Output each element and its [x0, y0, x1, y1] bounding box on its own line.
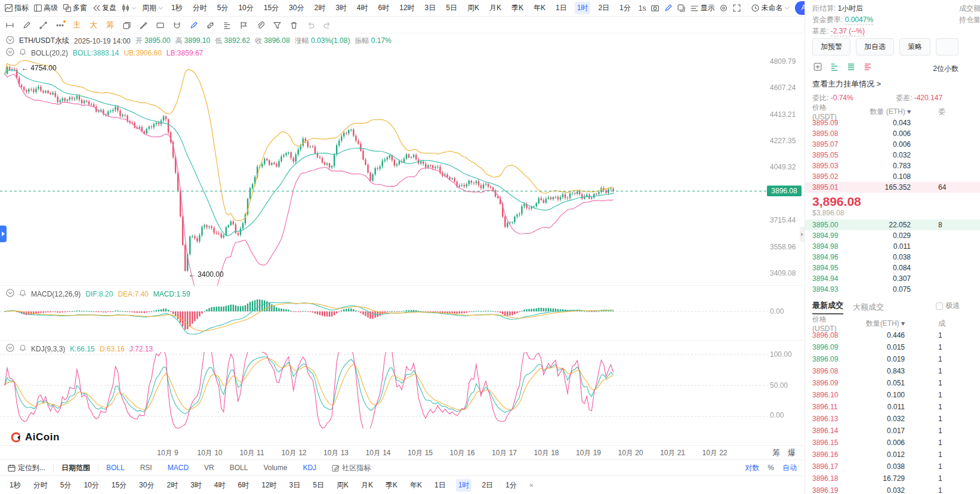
indicator-tab-Volume[interactable]: Volume: [255, 460, 295, 476]
bell-icon[interactable]: [19, 289, 26, 298]
scale-对数[interactable]: 对数: [745, 463, 759, 473]
fast-mode-checkbox[interactable]: [936, 302, 943, 310]
funnel-icon-tool[interactable]: [273, 21, 281, 29]
button-加预警[interactable]: 加预警: [812, 38, 850, 55]
indicator-tab-BOLL[interactable]: BOLL: [98, 460, 132, 476]
trash-icon-tool[interactable]: [290, 21, 298, 29]
timeframe-年K[interactable]: 年K: [531, 2, 548, 14]
ask-row[interactable]: 3895.030.783: [805, 160, 980, 171]
timeframe-年K[interactable]: 年K: [408, 479, 424, 492]
trend-line-tool-icon[interactable]: [39, 21, 47, 29]
timeframe-月K[interactable]: 月K: [487, 2, 504, 14]
ask-row[interactable]: 3895.090.043: [805, 118, 980, 128]
bid-row[interactable]: 3894.980.011: [805, 241, 980, 252]
brush-icon-tool[interactable]: [140, 21, 147, 29]
display-menu-button[interactable]: 显示: [691, 3, 714, 13]
scale-自动[interactable]: 自动: [782, 463, 797, 473]
custom-seconds-button[interactable]: 1s: [639, 4, 646, 13]
trade-row[interactable]: 3896.1816.7291: [805, 473, 980, 484]
timeframe-4时[interactable]: 4时: [212, 479, 228, 492]
timeframe-4时[interactable]: 4时: [355, 2, 371, 14]
timeframe-3时[interactable]: 3时: [188, 479, 204, 492]
timeframe-30分[interactable]: 30分: [137, 479, 156, 492]
menu-复盘[interactable]: 复盘: [93, 3, 116, 13]
candle-style-dropdown[interactable]: [122, 4, 137, 12]
timeframe-5分[interactable]: 5分: [58, 479, 74, 492]
timeframe-分时[interactable]: 分时: [190, 2, 209, 14]
timeframe-5日[interactable]: 5日: [443, 2, 460, 14]
trade-row[interactable]: 3896.130.0321: [805, 413, 980, 425]
layout-select[interactable]: 未命名: [751, 3, 790, 13]
trade-row[interactable]: 3896.090.0191: [805, 353, 980, 365]
timeframe-12时[interactable]: 12时: [397, 2, 417, 14]
trade-row[interactable]: 3896.080.8431: [805, 365, 980, 377]
indicator-tab-社区指标[interactable]: 社区指标: [324, 460, 378, 476]
timeframe-30分[interactable]: 30分: [286, 2, 306, 14]
copy-icon-tool[interactable]: [123, 21, 131, 29]
trade-row[interactable]: 3896.090.0511: [805, 377, 980, 389]
kdj-chart[interactable]: [0, 352, 804, 428]
timeframe-2时[interactable]: 2时: [312, 2, 328, 14]
bid-row[interactable]: 3895.0022.0528: [805, 220, 980, 230]
measure-tool-icon[interactable]: [6, 21, 14, 29]
trade-row[interactable]: 3896.100.1001: [805, 389, 980, 401]
timeframe-1秒[interactable]: 1秒: [7, 479, 23, 492]
timeframe-3日[interactable]: 3日: [423, 2, 439, 14]
timeframe-1时[interactable]: 1时: [456, 479, 472, 492]
timeframe-2时[interactable]: 2时: [164, 479, 180, 492]
flag-icon-tool[interactable]: [240, 21, 248, 29]
timeframe-5日[interactable]: 5日: [310, 479, 326, 492]
grid-add-icon[interactable]: [813, 63, 822, 73]
ask-row[interactable]: 3895.01165.35264: [805, 182, 980, 193]
bid-row[interactable]: 3894.950.084: [805, 263, 980, 273]
chart-mode-筹[interactable]: 筹: [772, 447, 780, 458]
trade-qty-header[interactable]: 数量(ETH): [866, 319, 899, 328]
right-panel-collapse-handle[interactable]: [800, 227, 805, 242]
trades-tab-大额成交[interactable]: 大额成交: [853, 302, 884, 313]
collapse-circle-icon[interactable]: [6, 48, 14, 58]
period-dropdown[interactable]: 周期: [142, 3, 164, 13]
collapse-circle-icon[interactable]: [6, 36, 14, 46]
trade-row[interactable]: 3896.090.0151: [805, 341, 980, 353]
fullscreen-icon[interactable]: [733, 4, 741, 12]
main-price-chart[interactable]: [0, 54, 804, 286]
chart-mode-爆[interactable]: 爆: [788, 447, 796, 458]
indicator-tab-RSI[interactable]: RSI: [132, 460, 160, 476]
timeframe-2日[interactable]: 2日: [596, 2, 612, 14]
trade-row[interactable]: 3896.170.0381: [805, 461, 980, 473]
bid-row[interactable]: 3894.930.075: [805, 284, 980, 295]
trade-row[interactable]: 3896.190.0321: [805, 484, 980, 494]
timeframe-6时[interactable]: 6时: [376, 2, 392, 14]
bell-icon[interactable]: [19, 344, 26, 353]
timeframe-5分[interactable]: 5分: [215, 2, 231, 14]
depth-book-icon[interactable]: [830, 63, 839, 73]
magnet-icon-tool[interactable]: [173, 21, 181, 29]
timeframe-1分[interactable]: 1分: [503, 479, 519, 492]
timeframe-周K[interactable]: 周K: [465, 2, 482, 14]
camera-icon[interactable]: [651, 4, 659, 12]
timeframe-3时[interactable]: 3时: [333, 2, 349, 14]
button-加自选[interactable]: 加自选: [856, 38, 894, 55]
close-timeframe-bar[interactable]: ×: [527, 480, 536, 491]
timeframe-季K[interactable]: 季K: [509, 2, 526, 14]
menu-高级[interactable]: 高级: [34, 3, 58, 13]
ask-row[interactable]: 3895.070.006: [805, 139, 980, 150]
list-red-icon[interactable]: [864, 63, 872, 73]
timeframe-季K[interactable]: 季K: [383, 479, 400, 492]
date-range-button[interactable]: 日期范围: [54, 460, 98, 476]
bid-row[interactable]: 3894.990.029: [805, 230, 980, 241]
shape-rect-icon-tool[interactable]: [156, 21, 164, 29]
timeframe-周K[interactable]: 周K: [334, 479, 351, 492]
locate-button[interactable]: 定位到...: [0, 460, 53, 476]
timeframe-分时[interactable]: 分时: [31, 479, 50, 492]
menu-多窗[interactable]: 多窗: [63, 3, 87, 13]
timeframe-月K[interactable]: 月K: [359, 479, 375, 492]
collapse-circle-icon[interactable]: [6, 289, 14, 299]
timeframe-1分[interactable]: 1分: [617, 2, 633, 14]
bell-icon[interactable]: [19, 48, 26, 57]
compare-icon[interactable]: [677, 4, 685, 12]
indicator-tab-VR[interactable]: VR: [196, 460, 222, 476]
left-panel-expand-handle[interactable]: [0, 226, 7, 242]
button-策略[interactable]: 策略: [899, 38, 930, 55]
pane-divider[interactable]: [0, 285, 804, 286]
